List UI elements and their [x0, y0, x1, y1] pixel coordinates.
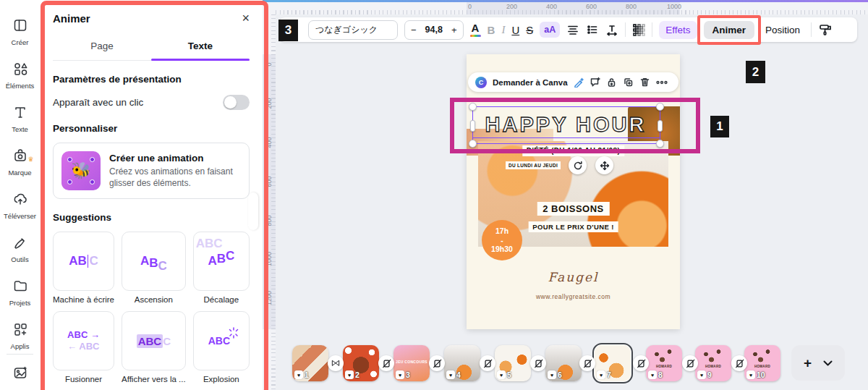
letter-spacing-button[interactable]: [605, 23, 618, 36]
suggestion-fusionner[interactable]: ABC → ← ABC Fusionner: [53, 311, 114, 383]
sidebar-item-texte[interactable]: Texte: [0, 97, 40, 140]
page-thumbnail-4[interactable]: ♥4: [444, 345, 480, 381]
transition-none-icon[interactable]: [633, 355, 649, 371]
suggestion-afficher[interactable]: ABCC Afficher vers la ...: [122, 311, 186, 383]
transition-none-icon[interactable]: [579, 355, 595, 371]
page-thumbnail-2[interactable]: ♥2: [343, 345, 379, 381]
transition-none-icon[interactable]: [682, 355, 698, 371]
design-logo-text[interactable]: Faugel: [467, 270, 680, 284]
canva-logo[interactable]: C: [475, 77, 487, 88]
comment-icon[interactable]: [590, 77, 600, 88]
page-thumbnail-6[interactable]: ♥6: [545, 345, 582, 381]
sidebar-item-projets[interactable]: Projets: [0, 271, 40, 314]
panel-title: Animer: [53, 12, 90, 25]
lock-icon[interactable]: [606, 77, 617, 88]
sidebar-item-photo-editor[interactable]: [0, 359, 40, 389]
design-page[interactable]: C Demander à Canva HAPPY HOUR D'ÉTÉ (DU …: [467, 54, 680, 329]
sidebar-item-label: Texte: [12, 125, 28, 133]
font-size-value[interactable]: 94,8: [422, 25, 446, 35]
appear-on-click-toggle[interactable]: [223, 95, 250, 110]
underline-button[interactable]: U: [511, 24, 519, 36]
sidebar-item-marque[interactable]: ♛ Marque: [0, 140, 40, 184]
suggestion-decalage[interactable]: ABC ABC Décalage: [193, 232, 250, 304]
explosion-animation-icon: ABC: [193, 311, 250, 370]
text-case-button[interactable]: aA: [540, 22, 560, 38]
design-offer2-text[interactable]: POUR LE PRIX D'UNE !: [528, 221, 618, 232]
page-thumbnail-7-selected[interactable]: ♥7: [592, 343, 633, 383]
design-time-badge[interactable]: 17h - 19h30: [482, 220, 522, 260]
ruler-label: 600: [265, 175, 273, 188]
tab-texte[interactable]: Texte: [151, 33, 250, 60]
page-thumbnail-8[interactable]: HOMARD ♥8: [646, 345, 682, 381]
suggestion-machine-a-ecrire[interactable]: ABC Machine à écrire: [53, 232, 114, 304]
brand-icon: [12, 148, 28, 166]
font-size-increase[interactable]: +: [446, 25, 463, 35]
move-button[interactable]: [595, 156, 613, 174]
sidebar-item-label: Applis: [11, 342, 30, 350]
page-thumbnail-1[interactable]: ♥1: [292, 345, 328, 381]
panel-collapse-handle[interactable]: [248, 192, 258, 230]
alignment-button[interactable]: [566, 23, 579, 36]
page-thumbnail-7[interactable]: ♥7: [595, 345, 631, 381]
ask-canva-button[interactable]: Demander à Canva: [493, 78, 568, 87]
annotation-step-2: 2: [746, 61, 765, 83]
effects-button[interactable]: Effets: [659, 21, 697, 39]
font-size-decrease[interactable]: −: [405, 25, 422, 35]
add-page-button[interactable]: +: [791, 345, 845, 381]
design-title-text[interactable]: HAPPY HOUR: [472, 106, 659, 143]
design-website-text[interactable]: www.reallygreatsite.com: [467, 293, 680, 300]
sidebar-item-applis[interactable]: Applis: [0, 314, 40, 357]
create-animation-card[interactable]: 🐝 Créer une animation Créez vos animatio…: [53, 143, 250, 199]
sidebar-item-outils[interactable]: Outils: [0, 227, 40, 271]
sidebar-item-creer[interactable]: Créer: [0, 10, 40, 54]
animate-button[interactable]: Animer: [704, 21, 755, 39]
transition-none-icon[interactable]: [378, 355, 394, 371]
italic-button[interactable]: I: [501, 24, 505, 36]
rotate-button[interactable]: [569, 156, 587, 174]
chevron-down-icon[interactable]: [823, 357, 833, 370]
design-days-text[interactable]: DU LUNDI AU JEUDI: [506, 161, 561, 169]
rise-animation-icon: ABC: [122, 232, 186, 291]
sidebar-item-label: Éléments: [6, 82, 35, 90]
magic-edit-icon[interactable]: [574, 77, 584, 88]
customize-heading: Personnaliser: [53, 123, 250, 134]
strikethrough-button[interactable]: S: [526, 24, 533, 36]
transition-bowtie-icon[interactable]: [328, 355, 344, 371]
duplicate-icon[interactable]: [623, 77, 634, 88]
tab-page[interactable]: Page: [53, 33, 151, 60]
heart-icon: ♥: [294, 370, 303, 379]
bold-button[interactable]: B: [488, 24, 495, 36]
canva-editor: 0 200 400 600 800 1000 0 200 400 600 800…: [0, 0, 868, 390]
bee-emoji: 🐝: [71, 161, 90, 180]
text-color-button[interactable]: A: [470, 22, 481, 37]
page-thumbnail-3[interactable]: JEU CONCOURS ♥3: [393, 345, 430, 381]
position-button[interactable]: Position: [761, 21, 804, 39]
font-selector[interactable]: つなぎゴシック: [308, 20, 398, 40]
plus-icon[interactable]: +: [804, 356, 812, 370]
design-offer1-text[interactable]: 2 BOISSONS: [537, 202, 609, 216]
ruler-label: 1200: [265, 292, 273, 305]
transition-none-icon[interactable]: [480, 355, 495, 371]
suggestion-explosion[interactable]: ABC Explosion: [193, 311, 250, 383]
heart-icon: ♥: [548, 370, 556, 379]
paint-roller-icon[interactable]: [818, 22, 833, 37]
delete-icon[interactable]: [639, 77, 650, 88]
transparency-button[interactable]: [632, 23, 645, 36]
sidebar-item-elements[interactable]: Éléments: [0, 54, 40, 97]
list-button[interactable]: [586, 23, 599, 36]
suggestion-ascension[interactable]: ABC Ascension: [122, 232, 186, 304]
transition-none-icon[interactable]: [429, 355, 445, 371]
close-icon[interactable]: ×: [242, 12, 250, 25]
page-thumbnail-5[interactable]: ♥5: [495, 345, 531, 381]
toolbar-divider: [811, 22, 812, 37]
heart-icon: ♥: [396, 370, 404, 379]
transition-none-icon[interactable]: [731, 355, 747, 371]
more-options-icon[interactable]: [656, 80, 668, 85]
page-thumbnail-9[interactable]: HOMARD ♥9: [695, 345, 731, 381]
annotation-step-3: 3: [278, 20, 298, 41]
transition-none-icon[interactable]: [530, 355, 546, 371]
rainbow-bar: [470, 35, 481, 38]
sidebar-item-televerser[interactable]: Téléverser: [0, 184, 40, 227]
page-thumbnail-10[interactable]: HOMARD ♥10: [744, 345, 780, 381]
design-subtitle-text[interactable]: D'ÉTÉ (DU 1/06 AU 31/08): [522, 145, 624, 156]
